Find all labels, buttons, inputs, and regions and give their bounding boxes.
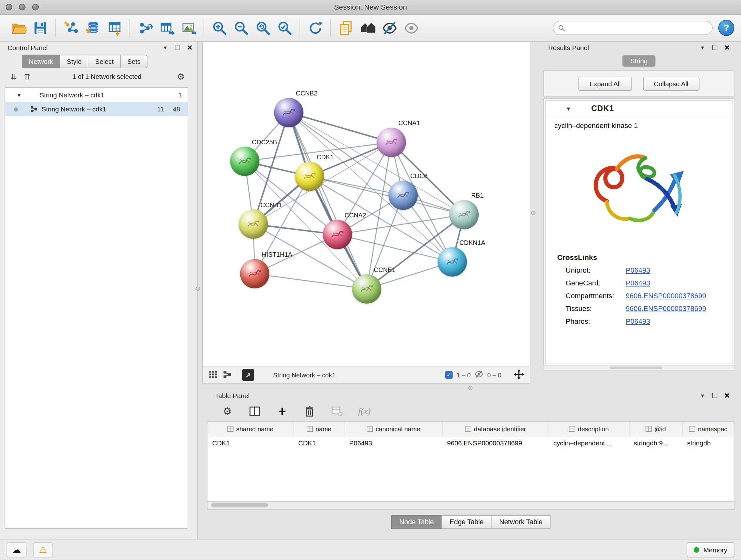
network-node-ccnb2[interactable] [274, 98, 304, 127]
tab-network-table[interactable]: Network Table [491, 515, 550, 528]
network-node-rb1[interactable] [449, 200, 479, 229]
column-header[interactable]: shared name [207, 422, 293, 436]
hidden-eye-icon[interactable] [475, 370, 483, 380]
splitter-handle[interactable] [196, 287, 200, 291]
search-input[interactable] [568, 24, 707, 32]
network-edge[interactable] [310, 176, 464, 214]
column-header[interactable]: description [549, 422, 629, 436]
zoom-out-icon[interactable] [230, 17, 252, 39]
network-node-cdc25b[interactable] [230, 146, 259, 176]
table-cell[interactable]: 9606.ENSP00000378699 [442, 436, 549, 449]
home-icon[interactable] [357, 17, 379, 39]
network-edge[interactable] [289, 112, 391, 142]
network-node-ccna2[interactable] [323, 220, 352, 249]
close-panel-icon[interactable]: × [724, 391, 730, 400]
panel-menu-icon[interactable]: ▼ [162, 45, 167, 51]
network-row-selected[interactable]: String Network – cdk1 11 48 [5, 102, 188, 116]
import-network-from-file-icon[interactable] [60, 17, 82, 39]
birdseye-grid-icon[interactable] [208, 369, 218, 380]
crosslink-link[interactable]: 9606.ENSP00000378699 [626, 305, 706, 313]
collapse-gene-icon[interactable]: ▼ [566, 105, 571, 112]
table-cell[interactable]: CDK1 [207, 436, 293, 449]
column-header[interactable]: canonical name [345, 422, 443, 436]
table-cell[interactable]: CDK1 [293, 436, 345, 449]
network-node-cdc6[interactable] [388, 181, 418, 210]
float-panel-icon[interactable] [175, 45, 180, 50]
network-edge[interactable] [289, 112, 367, 289]
tab-edge-table[interactable]: Edge Table [441, 515, 491, 528]
search-field[interactable] [553, 21, 713, 35]
memory-button[interactable]: Memory [687, 542, 734, 557]
import-table-from-file-icon[interactable] [104, 17, 125, 39]
results-horizontal-scrollbar[interactable] [543, 366, 734, 371]
network-glyph-icon[interactable] [222, 369, 232, 380]
network-options-gear-icon[interactable]: ⚙ [177, 71, 185, 82]
table-cell[interactable]: cyclin–dependent ... [549, 436, 629, 449]
show-eye-icon[interactable] [400, 17, 422, 39]
table-horizontal-scrollbar[interactable] [207, 502, 735, 509]
network-node-hist1h1a[interactable] [240, 259, 269, 289]
zoom-in-icon[interactable] [208, 17, 230, 39]
gene-section-header[interactable]: ▼ CDK1 [546, 101, 732, 117]
export-image-icon[interactable] [178, 17, 199, 39]
delete-column-icon[interactable] [302, 404, 317, 418]
column-header[interactable]: namespac [682, 422, 734, 436]
collapse-all-button[interactable]: Collapse All [643, 77, 699, 91]
hide-eye-icon[interactable] [379, 17, 400, 39]
column-header[interactable]: name [293, 422, 345, 436]
warning-icon[interactable]: ⚠ [33, 542, 53, 557]
network-node-ccnb1[interactable] [239, 209, 268, 239]
network-edge[interactable] [255, 273, 367, 289]
tab-node-table[interactable]: Node Table [391, 515, 442, 528]
close-panel-icon[interactable]: × [187, 43, 192, 52]
refresh-layout-icon[interactable] [305, 17, 326, 39]
table-cell[interactable]: P06493 [345, 436, 443, 449]
tab-string[interactable]: String [622, 55, 656, 67]
network-node-ccna1[interactable] [377, 128, 406, 157]
float-panel-icon[interactable] [712, 45, 718, 50]
save-session-icon[interactable] [29, 17, 51, 39]
export-network-icon[interactable] [134, 17, 156, 39]
tab-select[interactable]: Select [88, 55, 121, 68]
open-session-icon[interactable] [8, 17, 29, 39]
zoom-selected-icon[interactable] [273, 17, 295, 39]
expand-all-icon[interactable]: ⇊ [10, 71, 17, 81]
duplicate-document-icon[interactable] [335, 17, 357, 39]
column-header[interactable]: @id [629, 422, 682, 436]
add-column-icon[interactable]: + [275, 404, 289, 418]
zoom-fit-content-icon[interactable] [252, 17, 273, 39]
tab-style[interactable]: Style [60, 55, 89, 68]
network-node-cdk1[interactable] [295, 162, 324, 191]
column-header[interactable]: database identifier [442, 422, 549, 436]
crosslink-link[interactable]: P06493 [626, 279, 650, 287]
collapse-all-icon[interactable]: ⇈ [23, 71, 30, 81]
splitter-handle[interactable] [531, 211, 535, 215]
table-row[interactable]: CDK1 CDK1 P06493 9606.ENSP00000378699 cy… [207, 436, 734, 449]
open-in-window-icon[interactable]: ↗ [242, 369, 254, 381]
panel-menu-icon[interactable]: ▼ [700, 45, 705, 51]
export-table-icon[interactable] [156, 17, 178, 39]
network-collection-row[interactable]: ▼ String Network – cdk1 1 [5, 88, 188, 102]
table-settings-gear-icon[interactable]: ⚙ [220, 404, 234, 418]
tab-network[interactable]: Network [22, 55, 60, 68]
table-cell[interactable]: stringdb:9... [629, 436, 682, 449]
selected-checkbox-icon[interactable]: ✓ [445, 371, 453, 379]
import-network-from-database-icon[interactable] [82, 17, 104, 39]
cloud-icon[interactable]: ☁ [7, 542, 26, 557]
pan-move-icon[interactable] [514, 369, 524, 381]
network-canvas[interactable]: CCNB2CCNA1CDC25BCDK1CDC6RB1CCNB1CCNA2CDK… [203, 42, 530, 366]
crosslink-link[interactable]: P06493 [626, 317, 650, 325]
function-builder-icon[interactable]: f(x) [357, 404, 372, 418]
network-node-ccne1[interactable] [352, 274, 381, 304]
close-panel-icon[interactable]: × [724, 43, 730, 52]
expand-all-button[interactable]: Expand All [579, 77, 631, 91]
crosslink-link[interactable]: P06493 [626, 266, 650, 274]
float-panel-icon[interactable] [712, 393, 718, 398]
tab-sets[interactable]: Sets [120, 55, 148, 68]
crosslink-link[interactable]: 9606.ENSP00000378699 [626, 292, 706, 300]
show-columns-icon[interactable] [248, 404, 262, 418]
table-cell[interactable]: stringdb [682, 436, 734, 449]
help-button[interactable]: ? [718, 20, 734, 36]
panel-menu-icon[interactable]: ▼ [700, 393, 705, 398]
network-node-cdkn1a[interactable] [437, 247, 467, 276]
